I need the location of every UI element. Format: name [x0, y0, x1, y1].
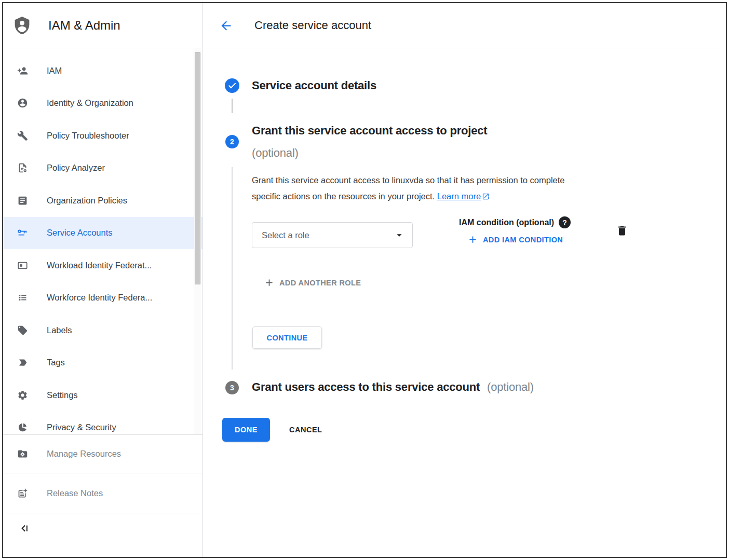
sidebar-scrollbar-thumb[interactable]	[195, 52, 200, 284]
privacy-icon	[17, 422, 28, 433]
step3-badge: 3	[225, 381, 239, 394]
delete-role-icon[interactable]	[616, 224, 628, 238]
sidebar-item-organization-policies[interactable]: Organization Policies	[3, 184, 203, 217]
iam-shield-icon	[12, 15, 32, 36]
back-arrow-icon[interactable]	[219, 19, 233, 33]
step3-heading: Grant users access to this service accou…	[252, 379, 534, 395]
sidebar-item-policy-analyzer[interactable]: Policy Analyzer	[3, 152, 203, 185]
step2-description-text: Grant this service account access to lin…	[252, 175, 565, 201]
sidebar-item-label: Policy Troubleshooter	[47, 131, 129, 141]
plus-icon	[264, 277, 275, 288]
list-icon	[17, 292, 28, 303]
iam-condition-label-row: IAM condition (optional) ?	[459, 216, 571, 228]
policy-analyzer-icon	[17, 162, 28, 173]
sidebar-scrollbar-track	[194, 48, 201, 434]
person-add-icon	[17, 65, 28, 76]
sidebar-item-label: Settings	[47, 390, 78, 400]
plus-icon	[467, 234, 478, 245]
step1-row: Service account details	[225, 78, 376, 93]
sidebar-item-tags[interactable]: Tags	[3, 347, 203, 379]
cancel-button[interactable]: CANCEL	[289, 426, 322, 434]
main-panel: Create service account Service account d…	[203, 3, 726, 557]
sidebar-item-label: Labels	[47, 325, 72, 335]
add-another-role-button[interactable]: ADD ANOTHER ROLE	[264, 277, 361, 288]
sidebar-collapse-row	[3, 513, 203, 557]
done-button[interactable]: DONE	[222, 418, 270, 442]
role-select-dropdown[interactable]: Select a role	[252, 222, 413, 248]
step2-description: Grant this service account access to lin…	[252, 172, 579, 204]
sidebar-item-privacy-security[interactable]: Privacy & Security	[3, 412, 203, 435]
sidebar-item-workforce-identity-federation[interactable]: Workforce Identity Federa...	[3, 282, 203, 315]
step3-row: 3 Grant users access to this service acc…	[225, 381, 534, 395]
sidebar-item-release-notes[interactable]: Release Notes	[3, 473, 203, 513]
key-icon	[17, 227, 28, 238]
sidebar-item-label: IAM	[47, 66, 62, 76]
wizard-content: Service account details 2 Grant this ser…	[203, 48, 726, 557]
step2-optional-label: (optional)	[252, 145, 487, 161]
sidebar-item-label: Privacy & Security	[47, 422, 116, 432]
step-connector-line	[232, 99, 233, 113]
page-header: Create service account	[203, 3, 726, 48]
step2-heading: Grant this service account access to pro…	[252, 123, 487, 161]
iam-condition-label: IAM condition (optional)	[459, 218, 554, 227]
sidebar-item-manage-resources[interactable]: Manage Resources	[3, 434, 203, 473]
app-window: IAM & Admin IAM Identity & Organization …	[2, 2, 727, 558]
document-icon	[17, 195, 28, 206]
sidebar-item-label: Workforce Identity Federa...	[47, 293, 152, 303]
sidebar-item-settings[interactable]: Settings	[3, 379, 203, 412]
continue-button[interactable]: CONTINUE	[252, 326, 322, 349]
step1-completed-check-icon	[225, 78, 239, 93]
role-select-placeholder: Select a role	[262, 230, 394, 240]
sidebar-item-label: Policy Analyzer	[47, 163, 105, 173]
sidebar-header: IAM & Admin	[3, 3, 203, 48]
sidebar-item-service-accounts[interactable]: Service Accounts	[3, 217, 203, 250]
sidebar-item-identity-organization[interactable]: Identity & Organization	[3, 87, 203, 120]
sidebar-item-label: Identity & Organization	[47, 98, 133, 108]
sidebar-item-labels[interactable]: Labels	[3, 314, 203, 347]
sidebar-item-iam[interactable]: IAM	[3, 54, 203, 87]
sidebar-item-label: Manage Resources	[47, 449, 121, 459]
help-icon[interactable]: ?	[559, 216, 571, 228]
tag-icon	[17, 325, 28, 336]
wizard-actions: DONE CANCEL	[222, 418, 322, 442]
sidebar-item-policy-troubleshooter[interactable]: Policy Troubleshooter	[3, 119, 203, 152]
learn-more-link[interactable]: Learn more	[437, 192, 481, 201]
sidebar-item-label: Service Accounts	[47, 228, 113, 238]
gear-icon	[17, 390, 28, 401]
sidebar: IAM & Admin IAM Identity & Organization …	[3, 3, 203, 557]
external-link-icon	[482, 193, 490, 200]
chevron-down-icon	[394, 229, 405, 241]
folder-gear-icon	[17, 448, 28, 459]
note-add-icon	[17, 488, 28, 499]
sidebar-item-label: Release Notes	[47, 488, 103, 498]
step3-title: Grant users access to this service accou…	[252, 380, 480, 393]
add-iam-condition-label: ADD IAM CONDITION	[483, 236, 563, 244]
add-iam-condition-button[interactable]: ADD IAM CONDITION	[467, 234, 563, 245]
step2-title: Grant this service account access to pro…	[252, 123, 487, 139]
sidebar-item-label: Tags	[47, 358, 65, 367]
sidebar-bottom-section: Manage Resources Release Notes	[3, 434, 203, 557]
card-icon	[17, 260, 28, 271]
step2-section-line	[232, 167, 233, 370]
sidebar-title: IAM & Admin	[48, 18, 120, 33]
step3-optional-label: (optional)	[487, 380, 534, 393]
step2-badge: 2	[225, 135, 239, 148]
step1-title: Service account details	[252, 78, 376, 93]
sidebar-item-workload-identity-federation[interactable]: Workload Identity Federat...	[3, 249, 203, 282]
sidebar-item-label: Workload Identity Federat...	[47, 261, 152, 270]
label-important-icon	[17, 357, 28, 368]
page-title: Create service account	[254, 19, 371, 32]
wrench-icon	[17, 130, 28, 141]
person-circle-icon	[17, 98, 28, 108]
sidebar-item-label: Organization Policies	[47, 196, 127, 206]
sidebar-nav: IAM Identity & Organization Policy Troub…	[3, 48, 203, 434]
collapse-sidebar-icon[interactable]	[19, 523, 30, 534]
add-another-role-label: ADD ANOTHER ROLE	[279, 279, 361, 287]
